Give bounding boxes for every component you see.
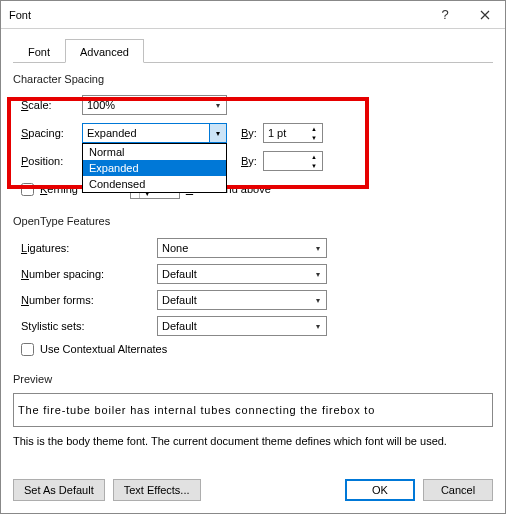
opentype-heading: OpenType Features: [13, 215, 493, 227]
chevron-down-icon: ▾: [310, 291, 326, 309]
contextual-label: Use Contextual Alternates: [40, 343, 167, 355]
position-by-label: By:: [241, 155, 257, 167]
option-expanded[interactable]: Expanded: [83, 160, 226, 176]
chevron-down-icon: ▾: [310, 317, 326, 335]
preview-heading: Preview: [13, 373, 493, 385]
stylistic-sets-label: Stylistic sets:: [21, 320, 151, 332]
contextual-check-input[interactable]: [21, 343, 34, 356]
number-spacing-dropdown[interactable]: Default ▾: [157, 264, 327, 284]
tab-strip: Font Advanced: [13, 39, 493, 63]
spacing-value: Expanded: [83, 127, 209, 139]
font-dialog: Font ? Font Advanced Character Spacing S…: [0, 0, 506, 514]
number-forms-value: Default: [158, 294, 310, 306]
spacing-label: Spacing:: [21, 127, 76, 139]
ligatures-label: Ligatures:: [21, 242, 151, 254]
stylistic-sets-value: Default: [158, 320, 310, 332]
scale-value: 100%: [83, 99, 210, 111]
preview-box: The fire-tube boiler has internal tubes …: [13, 393, 493, 427]
number-forms-dropdown[interactable]: Default ▾: [157, 290, 327, 310]
scale-combobox[interactable]: 100% ▾: [82, 95, 227, 115]
kerning-check-input[interactable]: [21, 183, 34, 196]
chevron-up-icon: ▲: [306, 152, 322, 161]
chevron-down-icon: ▾: [210, 96, 226, 114]
window-title: Font: [9, 9, 425, 21]
ligatures-value: None: [158, 242, 310, 254]
chevron-down-icon: ▼: [306, 161, 322, 170]
number-spacing-value: Default: [158, 268, 310, 280]
spacing-by-value: 1 pt: [264, 127, 306, 139]
set-as-default-button[interactable]: Set As Default: [13, 479, 105, 501]
chevron-up-icon: ▲: [306, 124, 322, 133]
chevron-down-icon: ▾: [310, 265, 326, 283]
preview-text: The fire-tube boiler has internal tubes …: [18, 404, 375, 416]
scale-label: Scale:: [21, 99, 76, 111]
option-normal[interactable]: Normal: [83, 144, 226, 160]
chevron-down-icon: ▾: [310, 239, 326, 257]
spacing-by-spinner[interactable]: 1 pt ▲▼: [263, 123, 323, 143]
stylistic-sets-dropdown[interactable]: Default ▾: [157, 316, 327, 336]
ligatures-dropdown[interactable]: None ▾: [157, 238, 327, 258]
close-icon: [480, 10, 490, 20]
character-spacing-heading: Character Spacing: [13, 73, 493, 85]
spinner-arrows[interactable]: ▲▼: [306, 152, 322, 170]
titlebar: Font ?: [1, 1, 505, 29]
tab-font[interactable]: Font: [13, 39, 65, 63]
spinner-arrows[interactable]: ▲▼: [306, 124, 322, 142]
ok-button[interactable]: OK: [345, 479, 415, 501]
chevron-down-icon: ▼: [306, 133, 322, 142]
number-forms-label: Number forms:: [21, 294, 151, 306]
cancel-button[interactable]: Cancel: [423, 479, 493, 501]
contextual-alternates-checkbox[interactable]: Use Contextual Alternates: [21, 339, 493, 359]
chevron-down-icon: ▾: [209, 124, 226, 142]
position-by-spinner[interactable]: ▲▼: [263, 151, 323, 171]
text-effects-button[interactable]: Text Effects...: [113, 479, 201, 501]
spacing-combobox[interactable]: Expanded ▾ Normal Expanded Condensed: [82, 123, 227, 143]
spacing-by-label: By:: [241, 127, 257, 139]
position-label: Position:: [21, 155, 76, 167]
option-condensed[interactable]: Condensed: [83, 176, 226, 192]
tab-advanced[interactable]: Advanced: [65, 39, 144, 63]
close-button[interactable]: [465, 1, 505, 29]
spacing-dropdown-list[interactable]: Normal Expanded Condensed: [82, 143, 227, 193]
preview-description: This is the body theme font. The current…: [13, 435, 493, 447]
help-button[interactable]: ?: [425, 1, 465, 29]
number-spacing-label: Number spacing:: [21, 268, 151, 280]
